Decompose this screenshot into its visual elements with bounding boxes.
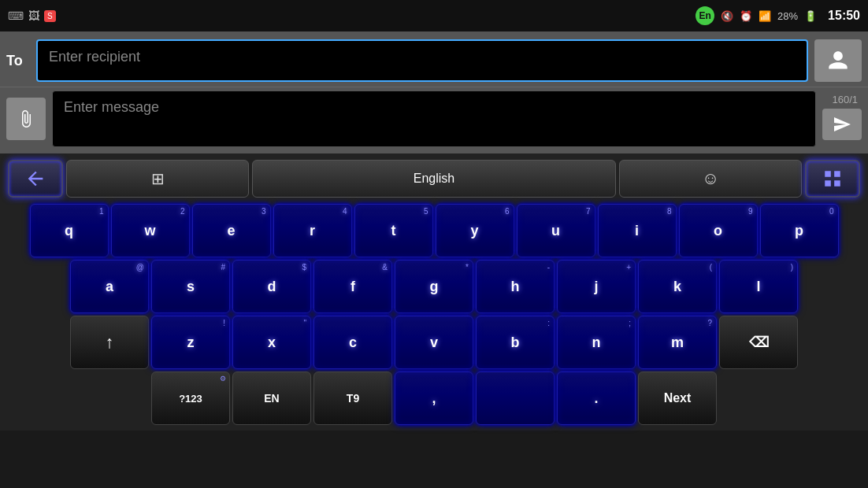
key-h[interactable]: -h bbox=[476, 260, 555, 313]
key-l[interactable]: )l bbox=[719, 260, 798, 313]
recipient-placeholder: Enter recipient bbox=[49, 49, 140, 65]
key-t[interactable]: 5t bbox=[354, 204, 433, 257]
keyboard-icon: ⌨ bbox=[8, 9, 24, 22]
key-a[interactable]: @a bbox=[70, 260, 149, 313]
key-y[interactable]: 6y bbox=[436, 204, 514, 257]
send-button[interactable] bbox=[822, 109, 862, 140]
battery-text: 28% bbox=[777, 10, 798, 22]
t9-key[interactable]: T9 bbox=[313, 372, 392, 425]
key-period[interactable]: . bbox=[557, 372, 636, 425]
key-x[interactable]: "x bbox=[232, 316, 311, 369]
key-z[interactable]: !z bbox=[151, 316, 230, 369]
keyboard-toolbar: ⊞ English ☺ bbox=[3, 157, 865, 201]
image-icon: 🖼 bbox=[28, 9, 39, 22]
key-k[interactable]: (k bbox=[638, 260, 717, 313]
attach-button[interactable] bbox=[6, 98, 46, 140]
layout-button[interactable]: ⊞ bbox=[66, 160, 249, 198]
status-bar: ⌨ 🖼 S En 🔇 ⏰ 📶 28% 🔋 15:50 bbox=[0, 0, 868, 31]
key-w[interactable]: 2w bbox=[111, 204, 190, 257]
message-row: Enter message 160/1 bbox=[0, 87, 868, 150]
keyboard-row-3: ↑ !z "x c v :b ;n ?m ⌫ bbox=[3, 316, 865, 369]
key-m[interactable]: ?m bbox=[638, 316, 717, 369]
key-q[interactable]: 1q bbox=[30, 204, 109, 257]
key-comma[interactable]: , bbox=[395, 372, 473, 425]
key-g[interactable]: *g bbox=[395, 260, 473, 313]
language-indicator: En bbox=[696, 6, 714, 25]
space-key[interactable] bbox=[476, 372, 555, 425]
char-count: 160/1 bbox=[822, 91, 858, 105]
settings-key[interactable]: ⚙?123 bbox=[151, 372, 230, 425]
back-arrow-icon bbox=[24, 168, 46, 190]
message-placeholder: Enter message bbox=[64, 99, 159, 115]
back-button[interactable] bbox=[8, 160, 63, 198]
keyboard-row-1: 1q 2w 3e 4r 5t 6y 7u 8i 9o 0p bbox=[3, 204, 865, 257]
app-icon: S bbox=[44, 10, 56, 22]
key-p[interactable]: 0p bbox=[760, 204, 839, 257]
key-b[interactable]: :b bbox=[476, 316, 555, 369]
backspace-key[interactable]: ⌫ bbox=[719, 316, 798, 369]
grid-icon bbox=[822, 168, 843, 189]
key-d[interactable]: $d bbox=[232, 260, 311, 313]
key-f[interactable]: &f bbox=[313, 260, 392, 313]
status-time: 15:50 bbox=[828, 9, 860, 23]
person-icon bbox=[827, 50, 849, 72]
shift-key[interactable]: ↑ bbox=[70, 316, 149, 369]
contacts-button[interactable] bbox=[814, 39, 862, 82]
key-u[interactable]: 7u bbox=[517, 204, 595, 257]
key-r[interactable]: 4r bbox=[273, 204, 352, 257]
alarm-icon: ⏰ bbox=[740, 10, 752, 22]
battery-icon: 🔋 bbox=[804, 10, 817, 22]
key-n[interactable]: ;n bbox=[557, 316, 636, 369]
key-i[interactable]: 8i bbox=[598, 204, 677, 257]
paperclip-icon bbox=[17, 109, 35, 128]
key-e[interactable]: 3e bbox=[192, 204, 271, 257]
keyboard-row-2: @a #s $d &f *g -h +j (k )l bbox=[3, 260, 865, 313]
message-input[interactable]: Enter message bbox=[52, 91, 816, 147]
grid-button[interactable] bbox=[805, 160, 860, 198]
emoji-button[interactable]: ☺ bbox=[619, 160, 802, 198]
recipient-input[interactable]: Enter recipient bbox=[36, 39, 808, 82]
language-button[interactable]: English bbox=[252, 160, 616, 198]
key-c[interactable]: c bbox=[313, 316, 392, 369]
language-key[interactable]: EN bbox=[232, 372, 311, 425]
mute-icon: 🔇 bbox=[721, 10, 733, 22]
to-row: To Enter recipient bbox=[0, 35, 868, 87]
key-v[interactable]: v bbox=[395, 316, 473, 369]
keyboard-area: ⊞ English ☺ 1q 2w 3e 4r 5t 6y 7u 8i 9o 0… bbox=[0, 153, 868, 431]
compose-area: To Enter recipient Enter message 160/1 bbox=[0, 31, 868, 153]
send-icon bbox=[833, 115, 851, 134]
signal-icon: 📶 bbox=[759, 10, 771, 22]
to-label: To bbox=[6, 53, 30, 69]
key-o[interactable]: 9o bbox=[679, 204, 758, 257]
key-s[interactable]: #s bbox=[151, 260, 230, 313]
key-j[interactable]: +j bbox=[557, 260, 636, 313]
keyboard-row-4: ⚙?123 EN T9 , . Next bbox=[3, 372, 865, 425]
next-key[interactable]: Next bbox=[638, 372, 717, 425]
